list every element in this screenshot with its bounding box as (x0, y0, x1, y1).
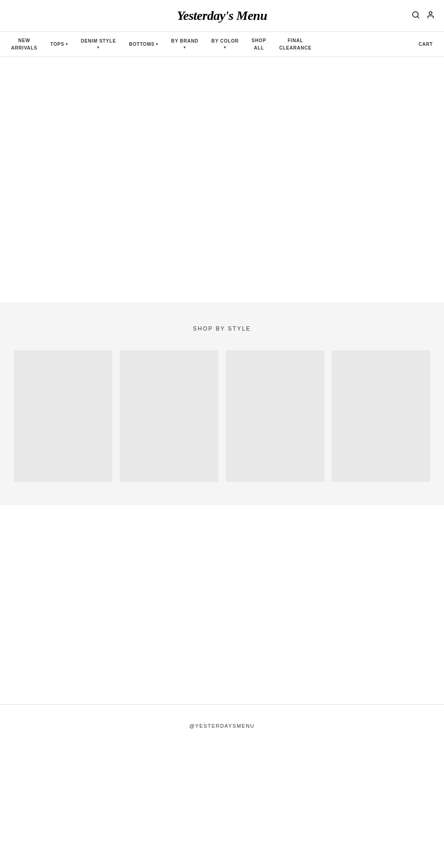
nav-item-final-clearance[interactable]: FINAL CLEARANCE (273, 32, 318, 56)
site-logo[interactable]: Yesterday's Menu (177, 8, 267, 23)
site-header: Yesterday's Menu (0, 0, 444, 31)
shop-by-style-section: SHOP BY STYLE (0, 302, 444, 505)
nav-item-by-color[interactable]: BY COLOR ▾ (205, 32, 245, 56)
nav-item-tops[interactable]: TOPS ▾ (44, 36, 74, 52)
style-cards-grid (14, 350, 430, 482)
site-footer: @YESTERDAYSMENU (0, 704, 444, 743)
nav-item-cart[interactable]: CART (412, 36, 439, 52)
chevron-down-icon: ▾ (184, 45, 186, 50)
svg-line-1 (417, 16, 419, 18)
account-icon[interactable] (426, 11, 435, 21)
nav-item-by-brand[interactable]: BY BRAND ▾ (165, 32, 205, 56)
nav-item-shop-all[interactable]: SHOP ALL (245, 32, 273, 56)
social-handle[interactable]: @YESTERDAYSMENU (9, 723, 435, 729)
style-card-1[interactable] (14, 350, 112, 482)
search-icon[interactable] (412, 11, 420, 21)
style-card-4[interactable] (332, 350, 430, 482)
chevron-down-icon: ▾ (97, 45, 99, 50)
style-card-2[interactable] (120, 350, 218, 482)
style-card-3[interactable] (226, 350, 324, 482)
white-content-section (0, 505, 444, 704)
nav-item-new-arrivals[interactable]: NEW ARRIVALS (5, 32, 44, 56)
svg-point-2 (429, 12, 432, 14)
chevron-down-icon: ▾ (224, 45, 226, 50)
main-nav: NEW ARRIVALS TOPS ▾ DENIM STYLE ▾ BOTTOM… (0, 31, 444, 57)
shop-by-style-title: SHOP BY STYLE (9, 325, 435, 332)
nav-item-bottoms[interactable]: BOTTOMS ▾ (123, 36, 165, 52)
chevron-down-icon: ▾ (66, 42, 68, 46)
header-icons (412, 11, 435, 21)
chevron-down-icon: ▾ (156, 42, 158, 46)
hero-section (0, 57, 444, 302)
nav-item-denim-style[interactable]: DENIM STYLE ▾ (74, 32, 123, 56)
